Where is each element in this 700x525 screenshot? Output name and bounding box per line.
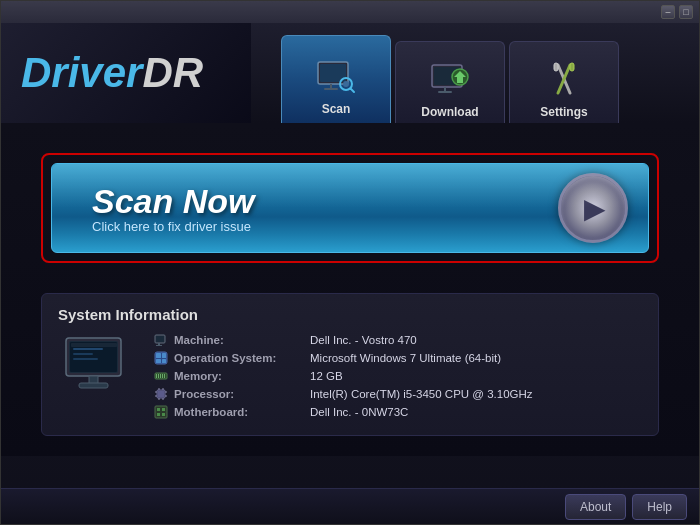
header: DriverDR Sca <box>1 23 699 123</box>
scan-text-group: Scan Now Click here to fix driver issue <box>92 182 254 234</box>
scan-tab-icon <box>314 54 358 98</box>
logo-area: DriverDR <box>1 23 251 123</box>
svg-rect-42 <box>158 391 164 397</box>
os-label: Operation System: <box>174 352 304 364</box>
table-row: Motherboard: Dell Inc. - 0NW73C <box>154 405 642 419</box>
svg-rect-3 <box>324 88 338 90</box>
machine-icon <box>154 333 168 347</box>
svg-rect-32 <box>162 353 166 358</box>
scan-now-title: Scan Now <box>92 182 254 221</box>
svg-rect-31 <box>156 353 161 358</box>
download-icon-svg <box>428 57 472 101</box>
svg-point-6 <box>343 81 349 87</box>
download-tab-label: Download <box>421 105 478 119</box>
about-button[interactable]: About <box>565 494 626 520</box>
svg-rect-55 <box>162 413 165 416</box>
scan-arrow-button[interactable]: ▶ <box>558 173 628 243</box>
svg-rect-53 <box>162 408 165 411</box>
minimize-button[interactable]: – <box>661 5 675 19</box>
system-info-section: System Information <box>41 293 659 436</box>
scan-icon-svg <box>314 54 358 98</box>
settings-tab-icon <box>542 57 586 101</box>
memory-value: 12 GB <box>310 370 343 382</box>
tab-settings[interactable]: Settings <box>509 41 619 123</box>
logo-part2: DR <box>142 49 203 96</box>
svg-rect-22 <box>71 343 117 347</box>
scan-now-button[interactable]: Scan Now Click here to fix driver issue … <box>51 163 649 253</box>
download-tab-icon <box>428 57 472 101</box>
motherboard-label: Motherboard: <box>174 406 304 418</box>
memory-label: Memory: <box>174 370 304 382</box>
svg-rect-33 <box>156 359 161 363</box>
title-bar: – □ <box>1 1 699 23</box>
settings-tab-label: Settings <box>540 105 587 119</box>
table-row: Operation System: Microsoft Windows 7 Ul… <box>154 351 642 365</box>
memory-icon <box>154 369 168 383</box>
machine-label: Machine: <box>174 334 304 346</box>
processor-value: Intel(R) Core(TM) i5-3450 CPU @ 3.10GHz <box>310 388 533 400</box>
scan-now-subtitle: Click here to fix driver issue <box>92 219 254 234</box>
svg-rect-38 <box>160 374 161 378</box>
main-content: Scan Now Click here to fix driver issue … <box>1 123 699 456</box>
processor-icon <box>154 387 168 401</box>
svg-rect-16 <box>570 63 574 71</box>
bottom-bar: About Help <box>1 488 699 524</box>
processor-label: Processor: <box>174 388 304 400</box>
svg-rect-54 <box>157 413 160 416</box>
tab-download[interactable]: Download <box>395 41 505 123</box>
scan-now-container: Scan Now Click here to fix driver issue … <box>41 153 659 263</box>
svg-rect-24 <box>73 353 93 355</box>
svg-rect-21 <box>79 383 108 388</box>
settings-icon-svg <box>542 57 586 101</box>
help-label: Help <box>647 500 672 514</box>
computer-svg <box>61 333 136 398</box>
about-label: About <box>580 500 611 514</box>
machine-value: Dell Inc. - Vostro 470 <box>310 334 417 346</box>
svg-rect-28 <box>158 343 160 345</box>
system-info-content: Machine: Dell Inc. - Vostro 470 Operatio… <box>58 333 642 423</box>
svg-rect-51 <box>155 406 167 418</box>
table-row: Memory: 12 GB <box>154 369 642 383</box>
app-logo: DriverDR <box>21 49 203 97</box>
svg-line-5 <box>351 88 355 92</box>
scan-tab-label: Scan <box>322 102 351 116</box>
svg-rect-15 <box>554 63 558 71</box>
svg-rect-34 <box>162 359 166 363</box>
svg-rect-36 <box>156 374 157 378</box>
computer-illustration <box>58 333 138 398</box>
svg-rect-10 <box>438 91 452 93</box>
nav-tabs: Scan Download <box>251 23 699 123</box>
svg-rect-27 <box>156 336 164 342</box>
svg-rect-40 <box>164 374 165 378</box>
motherboard-value: Dell Inc. - 0NW73C <box>310 406 408 418</box>
help-button[interactable]: Help <box>632 494 687 520</box>
tab-scan[interactable]: Scan <box>281 35 391 123</box>
motherboard-icon <box>154 405 168 419</box>
logo-part1: Driver <box>21 49 142 96</box>
table-row: Processor: Intel(R) Core(TM) i5-3450 CPU… <box>154 387 642 401</box>
info-table: Machine: Dell Inc. - Vostro 470 Operatio… <box>154 333 642 423</box>
svg-rect-25 <box>73 358 98 360</box>
system-info-title: System Information <box>58 306 642 323</box>
os-icon <box>154 351 168 365</box>
svg-rect-37 <box>158 374 159 378</box>
svg-rect-39 <box>162 374 163 378</box>
maximize-button[interactable]: □ <box>679 5 693 19</box>
os-value: Microsoft Windows 7 Ultimate (64-bit) <box>310 352 501 364</box>
table-row: Machine: Dell Inc. - Vostro 470 <box>154 333 642 347</box>
svg-rect-23 <box>73 348 103 350</box>
svg-rect-29 <box>156 345 162 346</box>
arrow-icon: ▶ <box>584 192 606 225</box>
svg-rect-52 <box>157 408 160 411</box>
main-window: – □ DriverDR <box>0 0 700 525</box>
